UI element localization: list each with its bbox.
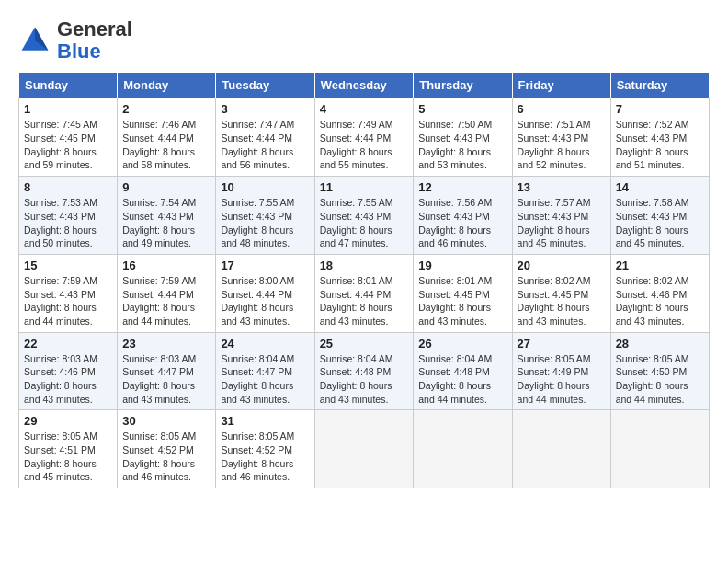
calendar-cell: 24Sunrise: 8:04 AM Sunset: 4:47 PM Dayli… xyxy=(216,332,314,410)
calendar-week-row: 15Sunrise: 7:59 AM Sunset: 4:43 PM Dayli… xyxy=(19,254,710,332)
calendar-cell: 21Sunrise: 8:02 AM Sunset: 4:46 PM Dayli… xyxy=(610,254,709,332)
logo-general: General xyxy=(57,17,132,40)
day-number: 12 xyxy=(418,180,506,194)
day-info: Sunrise: 8:04 AM Sunset: 4:47 PM Dayligh… xyxy=(221,352,309,407)
calendar-cell: 12Sunrise: 7:56 AM Sunset: 4:43 PM Dayli… xyxy=(414,177,512,255)
calendar-week-row: 8Sunrise: 7:53 AM Sunset: 4:43 PM Daylig… xyxy=(19,177,710,255)
logo-text: General Blue xyxy=(57,18,132,63)
calendar-cell: 31Sunrise: 8:05 AM Sunset: 4:52 PM Dayli… xyxy=(216,410,314,488)
day-info: Sunrise: 8:01 AM Sunset: 4:45 PM Dayligh… xyxy=(418,274,506,328)
calendar-cell: 14Sunrise: 7:58 AM Sunset: 4:43 PM Dayli… xyxy=(610,177,709,255)
calendar-cell: 28Sunrise: 8:05 AM Sunset: 4:50 PM Dayli… xyxy=(610,332,709,410)
calendar-cell: 3Sunrise: 7:47 AM Sunset: 4:44 PM Daylig… xyxy=(216,98,314,177)
day-number: 31 xyxy=(221,414,309,428)
day-number: 8 xyxy=(24,180,112,194)
calendar-cell: 25Sunrise: 8:04 AM Sunset: 4:48 PM Dayli… xyxy=(314,332,414,410)
calendar-cell: 17Sunrise: 8:00 AM Sunset: 4:44 PM Dayli… xyxy=(216,254,314,332)
day-info: Sunrise: 8:04 AM Sunset: 4:48 PM Dayligh… xyxy=(320,352,409,407)
day-number: 13 xyxy=(518,180,606,194)
calendar-cell: 10Sunrise: 7:55 AM Sunset: 4:43 PM Dayli… xyxy=(216,177,314,255)
calendar-cell: 4Sunrise: 7:49 AM Sunset: 4:44 PM Daylig… xyxy=(314,98,414,177)
calendar-cell: 8Sunrise: 7:53 AM Sunset: 4:43 PM Daylig… xyxy=(19,177,118,255)
day-info: Sunrise: 8:04 AM Sunset: 4:48 PM Dayligh… xyxy=(418,352,506,407)
day-number: 10 xyxy=(221,180,309,194)
day-info: Sunrise: 8:00 AM Sunset: 4:44 PM Dayligh… xyxy=(221,274,309,328)
day-info: Sunrise: 7:56 AM Sunset: 4:43 PM Dayligh… xyxy=(418,196,506,250)
calendar-cell xyxy=(414,410,512,488)
calendar-weekday: Tuesday xyxy=(216,73,314,98)
day-info: Sunrise: 7:55 AM Sunset: 4:43 PM Dayligh… xyxy=(320,196,409,250)
calendar-cell: 7Sunrise: 7:52 AM Sunset: 4:43 PM Daylig… xyxy=(610,98,709,177)
calendar-cell: 6Sunrise: 7:51 AM Sunset: 4:43 PM Daylig… xyxy=(512,98,610,177)
day-info: Sunrise: 7:52 AM Sunset: 4:43 PM Dayligh… xyxy=(616,118,704,172)
calendar-cell: 18Sunrise: 8:01 AM Sunset: 4:44 PM Dayli… xyxy=(314,254,414,332)
day-number: 6 xyxy=(518,102,606,116)
day-info: Sunrise: 8:01 AM Sunset: 4:44 PM Dayligh… xyxy=(320,274,409,328)
calendar-cell xyxy=(512,410,610,488)
day-number: 27 xyxy=(518,337,606,350)
day-number: 14 xyxy=(616,180,704,194)
day-info: Sunrise: 8:05 AM Sunset: 4:49 PM Dayligh… xyxy=(518,352,606,407)
calendar-week-row: 22Sunrise: 8:03 AM Sunset: 4:46 PM Dayli… xyxy=(19,332,710,410)
calendar-cell xyxy=(314,410,414,488)
calendar-cell: 27Sunrise: 8:05 AM Sunset: 4:49 PM Dayli… xyxy=(512,332,610,410)
day-number: 11 xyxy=(320,180,409,194)
day-number: 21 xyxy=(616,259,704,272)
day-info: Sunrise: 8:02 AM Sunset: 4:45 PM Dayligh… xyxy=(518,274,606,328)
day-info: Sunrise: 8:05 AM Sunset: 4:52 PM Dayligh… xyxy=(122,430,210,484)
day-number: 3 xyxy=(221,102,309,116)
calendar-cell xyxy=(610,410,709,488)
calendar-cell: 5Sunrise: 7:50 AM Sunset: 4:43 PM Daylig… xyxy=(414,98,512,177)
calendar-week-row: 29Sunrise: 8:05 AM Sunset: 4:51 PM Dayli… xyxy=(19,410,710,488)
calendar-weekday: Thursday xyxy=(414,73,512,98)
day-number: 23 xyxy=(122,337,210,350)
day-number: 2 xyxy=(122,102,210,116)
calendar-table: SundayMondayTuesdayWednesdayThursdayFrid… xyxy=(18,72,710,488)
calendar-cell: 22Sunrise: 8:03 AM Sunset: 4:46 PM Dayli… xyxy=(19,332,118,410)
day-number: 28 xyxy=(616,337,704,350)
day-info: Sunrise: 7:46 AM Sunset: 4:44 PM Dayligh… xyxy=(122,118,210,172)
logo-icon xyxy=(18,24,51,57)
calendar-cell: 29Sunrise: 8:05 AM Sunset: 4:51 PM Dayli… xyxy=(19,410,118,488)
calendar-cell: 11Sunrise: 7:55 AM Sunset: 4:43 PM Dayli… xyxy=(314,177,414,255)
day-number: 18 xyxy=(320,259,409,272)
day-number: 9 xyxy=(122,180,210,194)
calendar-cell: 13Sunrise: 7:57 AM Sunset: 4:43 PM Dayli… xyxy=(512,177,610,255)
calendar-cell: 1Sunrise: 7:45 AM Sunset: 4:45 PM Daylig… xyxy=(19,98,118,177)
day-number: 22 xyxy=(24,337,112,350)
day-number: 7 xyxy=(616,102,704,116)
day-info: Sunrise: 7:53 AM Sunset: 4:43 PM Dayligh… xyxy=(24,196,112,250)
calendar-weekday: Sunday xyxy=(19,73,118,98)
day-number: 24 xyxy=(221,337,309,350)
day-info: Sunrise: 8:03 AM Sunset: 4:47 PM Dayligh… xyxy=(122,352,210,407)
calendar-header: SundayMondayTuesdayWednesdayThursdayFrid… xyxy=(19,73,710,98)
day-info: Sunrise: 8:05 AM Sunset: 4:52 PM Dayligh… xyxy=(221,430,309,484)
calendar-week-row: 1Sunrise: 7:45 AM Sunset: 4:45 PM Daylig… xyxy=(19,98,710,177)
day-info: Sunrise: 7:54 AM Sunset: 4:43 PM Dayligh… xyxy=(122,196,210,250)
day-number: 26 xyxy=(418,337,506,350)
logo-blue: Blue xyxy=(57,40,101,63)
calendar-cell: 20Sunrise: 8:02 AM Sunset: 4:45 PM Dayli… xyxy=(512,254,610,332)
day-info: Sunrise: 7:59 AM Sunset: 4:43 PM Dayligh… xyxy=(24,274,112,328)
calendar-cell: 9Sunrise: 7:54 AM Sunset: 4:43 PM Daylig… xyxy=(118,177,216,255)
calendar-weekday: Friday xyxy=(512,73,610,98)
day-number: 20 xyxy=(518,259,606,272)
calendar-weekday: Monday xyxy=(118,73,216,98)
page-header: General Blue xyxy=(18,18,710,63)
day-number: 15 xyxy=(24,259,112,272)
day-number: 4 xyxy=(320,102,409,116)
day-info: Sunrise: 7:45 AM Sunset: 4:45 PM Dayligh… xyxy=(24,118,112,172)
day-number: 17 xyxy=(221,259,309,272)
day-number: 19 xyxy=(418,259,506,272)
day-number: 16 xyxy=(122,259,210,272)
calendar-cell: 19Sunrise: 8:01 AM Sunset: 4:45 PM Dayli… xyxy=(414,254,512,332)
calendar-weekday: Saturday xyxy=(610,73,709,98)
day-number: 5 xyxy=(418,102,506,116)
day-info: Sunrise: 7:59 AM Sunset: 4:44 PM Dayligh… xyxy=(122,274,210,328)
calendar-cell: 23Sunrise: 8:03 AM Sunset: 4:47 PM Dayli… xyxy=(118,332,216,410)
day-info: Sunrise: 7:49 AM Sunset: 4:44 PM Dayligh… xyxy=(320,118,409,172)
day-info: Sunrise: 8:02 AM Sunset: 4:46 PM Dayligh… xyxy=(616,274,704,328)
day-info: Sunrise: 8:05 AM Sunset: 4:51 PM Dayligh… xyxy=(24,430,112,484)
logo: General Blue xyxy=(18,18,132,63)
calendar-cell: 26Sunrise: 8:04 AM Sunset: 4:48 PM Dayli… xyxy=(414,332,512,410)
